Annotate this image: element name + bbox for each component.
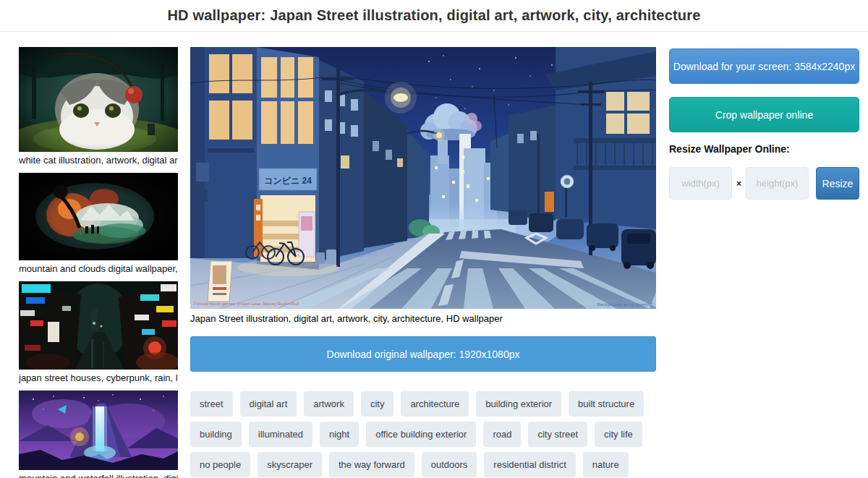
cat-thumbnail-image[interactable] [19,47,178,152]
tag-button[interactable]: road [483,422,521,447]
thumbnail-caption: mountain and clouds digital wallpaper, t… [19,263,178,274]
tag-button[interactable]: architecture [401,391,469,417]
store-sign-text: コンビニ 24 [264,176,312,186]
tag-button[interactable]: built structure [569,391,644,417]
japan-street-illustration[interactable]: コンビニ 24 [190,47,656,309]
thumbnail-caption: white cat illustration, artwork, digital… [19,155,178,166]
tag-button[interactable]: digital art [240,391,297,417]
thumbnail-caption: mountain and waterfall illustration, dig… [19,473,178,478]
related-thumbnail-cyberpunk-street[interactable]: japan street houses, cyberpunk, rain, li… [19,281,178,383]
related-thumbnail-waterfall[interactable]: mountain and waterfall illustration, dig… [19,390,178,478]
tag-button[interactable]: no people [190,452,250,477]
download-panel: Download for your screen: 3584x2240px Cr… [669,47,859,200]
crop-wallpaper-button[interactable]: Crop wallpaper online [669,97,859,132]
tag-button[interactable]: skyscraper [258,452,322,477]
download-original-button[interactable]: Download original wallpaper: 1920x1080px [190,336,656,372]
download-screen-button[interactable]: Download for your screen: 3584x2240px [669,48,859,84]
tag-button[interactable]: building exterior [476,391,561,417]
cyberpunk-thumbnail-image[interactable] [19,281,178,370]
watermark-left: ©Visual-Novel games: project Love, Money… [193,302,299,306]
tag-button[interactable]: building [190,422,242,447]
page-title: HD wallpaper: Japan Street illustration,… [167,7,700,24]
multiply-separator: × [736,179,741,189]
waterfall-thumbnail-image[interactable] [19,390,178,470]
tag-button[interactable]: city street [528,422,587,447]
tag-button[interactable]: office building exterior [366,422,476,447]
tags: streetdigital artartworkcityarchitecture… [190,391,656,477]
page-header: HD wallpaper: Japan Street illustration,… [0,0,868,32]
tag-button[interactable]: city [361,391,394,417]
tag-button[interactable]: the way forward [329,452,414,477]
related-thumbnail-mountain-clouds[interactable]: mountain and clouds digital wallpaper, t… [19,173,178,274]
content: white cat illustration, artwork, digital… [0,32,868,478]
thumbnail-caption: japan street houses, cyberpunk, rain, li… [19,372,178,383]
main-column: コンビニ 24 [190,47,656,478]
tag-button[interactable]: night [320,422,359,447]
wallpaper-caption: Japan Street illustration, digital art, … [190,313,656,324]
related-wallpapers-sidebar: white cat illustration, artwork, digital… [19,47,178,478]
tag-button[interactable]: artwork [304,391,354,417]
resize-button[interactable]: Resize [816,167,859,200]
width-input[interactable] [669,167,732,200]
resize-form: × Resize [669,167,859,200]
main-wallpaper-image[interactable]: コンビニ 24 [190,47,656,309]
tag-button[interactable]: illuminated [249,422,312,447]
mountain-clouds-thumbnail-image[interactable] [19,173,178,260]
resize-heading: Resize Wallpaper Online: [669,143,859,155]
watermark-right: Backgrounds art by ArsenixC [597,302,654,307]
tag-button[interactable]: outdoors [422,452,477,477]
tag-button[interactable]: city life [595,422,642,447]
tag-button[interactable]: street [190,391,233,417]
tag-button[interactable]: residential district [484,452,575,477]
height-input[interactable] [746,167,809,200]
tag-button[interactable]: nature [583,452,629,477]
related-thumbnail-cat[interactable]: white cat illustration, artwork, digital… [19,47,178,166]
